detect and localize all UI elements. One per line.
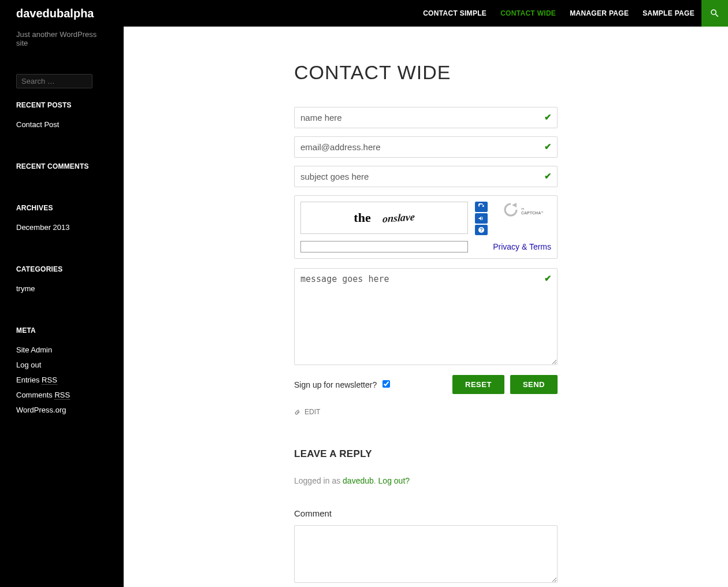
captcha-controls bbox=[475, 202, 488, 235]
form-footer: Sign up for newsletter? RESET SEND bbox=[294, 375, 558, 394]
widget-title: RECENT COMMENTS bbox=[16, 162, 107, 170]
svg-text:CAPTCHA™: CAPTCHA™ bbox=[521, 211, 543, 215]
widget-recent-comments: RECENT COMMENTS bbox=[16, 162, 107, 170]
name-input[interactable] bbox=[294, 107, 558, 128]
reload-icon bbox=[478, 203, 485, 210]
email-input[interactable] bbox=[294, 136, 558, 158]
captcha-response-input[interactable] bbox=[300, 241, 468, 252]
edit-label: EDIT bbox=[304, 408, 320, 416]
widget-title: CATEGORIES bbox=[16, 265, 107, 273]
widget-title: ARCHIVES bbox=[16, 204, 107, 212]
check-icon: ✔ bbox=[544, 112, 552, 122]
widget-meta: META Site Admin Log out Entries RSS Comm… bbox=[16, 326, 107, 414]
subject-field-wrap: ✔ bbox=[294, 166, 558, 187]
category-link[interactable]: tryme bbox=[16, 284, 35, 293]
edit-link[interactable]: EDIT bbox=[294, 408, 558, 416]
main-content: CONTACT WIDE ✔ ✔ ✔ the onslave bbox=[124, 27, 728, 587]
svg-text:re: re bbox=[521, 207, 525, 210]
name-field-wrap: ✔ bbox=[294, 107, 558, 128]
nav-sample-page[interactable]: SAMPLE PAGE bbox=[636, 0, 701, 27]
meta-entries-rss-link[interactable]: Entries RSS bbox=[16, 376, 57, 385]
page-title: CONTACT WIDE bbox=[294, 61, 558, 84]
top-bar: davedubalpha CONTACT SIMPLE CONTACT WIDE… bbox=[0, 0, 728, 27]
reset-button[interactable]: RESET bbox=[452, 375, 504, 394]
recaptcha-logo-icon: re CAPTCHA™ bbox=[503, 202, 543, 218]
meta-wporg-link[interactable]: WordPress.org bbox=[16, 406, 66, 414]
widget-title: META bbox=[16, 326, 107, 335]
captcha-audio-button[interactable] bbox=[475, 213, 488, 224]
recent-post-link[interactable]: Contact Post bbox=[16, 120, 59, 129]
meta-logout-link[interactable]: Log out bbox=[16, 361, 41, 369]
captcha-image: the onslave bbox=[300, 202, 468, 234]
svg-marker-0 bbox=[512, 203, 517, 207]
top-nav: CONTACT SIMPLE CONTACT WIDE MANAGER PAGE… bbox=[416, 0, 728, 27]
message-textarea[interactable] bbox=[294, 268, 558, 365]
widget-recent-posts: RECENT POSTS Contact Post bbox=[16, 101, 107, 129]
paperclip-icon bbox=[294, 408, 301, 415]
site-tagline: Just another WordPress site bbox=[16, 30, 107, 47]
search-toggle-button[interactable] bbox=[701, 0, 728, 27]
nav-contact-wide[interactable]: CONTACT WIDE bbox=[493, 0, 563, 27]
comment-label: Comment bbox=[294, 508, 558, 518]
message-field-wrap: ✔ bbox=[294, 268, 558, 367]
sidebar: Just another WordPress site RECENT POSTS… bbox=[0, 27, 124, 587]
recaptcha-logo: re CAPTCHA™ bbox=[495, 202, 551, 218]
email-field-wrap: ✔ bbox=[294, 136, 558, 158]
recaptcha-box: the onslave re CAPTCHA™ bbox=[294, 195, 558, 259]
logged-in-as: Logged in as davedub. Log out? bbox=[294, 476, 558, 485]
check-icon: ✔ bbox=[544, 142, 552, 152]
profile-link[interactable]: davedub bbox=[343, 476, 374, 485]
captcha-privacy-terms-link[interactable]: Privacy & Terms bbox=[493, 242, 551, 251]
captcha-reload-button[interactable] bbox=[475, 202, 488, 212]
comment-textarea[interactable] bbox=[294, 525, 558, 583]
check-icon: ✔ bbox=[544, 171, 552, 181]
captcha-help-button[interactable] bbox=[475, 225, 488, 235]
widget-archives: ARCHIVES December 2013 bbox=[16, 204, 107, 232]
widget-categories: CATEGORIES tryme bbox=[16, 265, 107, 293]
site-title-link[interactable]: davedubalpha bbox=[0, 7, 94, 20]
nav-contact-simple[interactable]: CONTACT SIMPLE bbox=[416, 0, 493, 27]
widget-title: RECENT POSTS bbox=[16, 101, 107, 109]
help-icon bbox=[478, 226, 485, 233]
newsletter-label[interactable]: Sign up for newsletter? bbox=[294, 380, 390, 389]
logout-link[interactable]: Log out? bbox=[378, 476, 410, 485]
search-icon bbox=[710, 8, 720, 18]
meta-site-admin-link[interactable]: Site Admin bbox=[16, 345, 52, 354]
meta-comments-rss-link[interactable]: Comments RSS bbox=[16, 391, 70, 400]
newsletter-checkbox[interactable] bbox=[382, 380, 390, 388]
subject-input[interactable] bbox=[294, 166, 558, 187]
audio-icon bbox=[478, 215, 485, 222]
check-icon: ✔ bbox=[544, 273, 552, 284]
send-button[interactable]: SEND bbox=[510, 375, 558, 394]
leave-reply-heading: LEAVE A REPLY bbox=[294, 448, 558, 460]
search-input[interactable] bbox=[16, 74, 92, 88]
archive-link[interactable]: December 2013 bbox=[16, 223, 70, 232]
nav-manager-page[interactable]: MANAGER PAGE bbox=[563, 0, 636, 27]
